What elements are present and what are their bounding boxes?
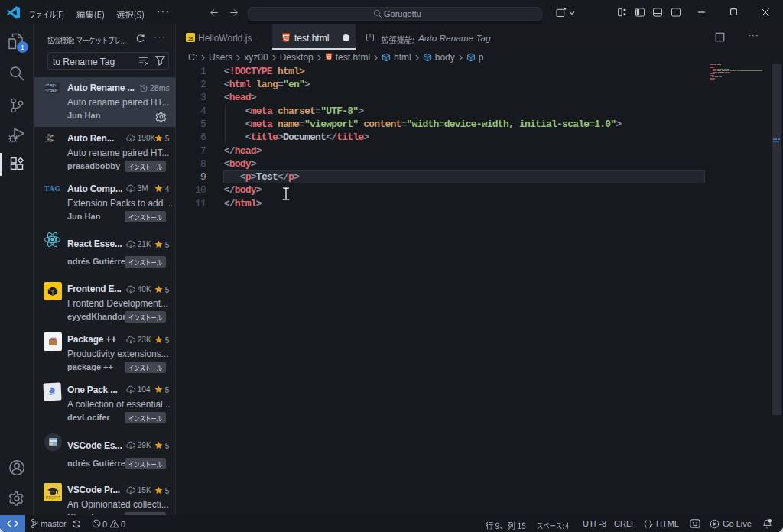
svg-text:JS: JS [188,37,193,41]
